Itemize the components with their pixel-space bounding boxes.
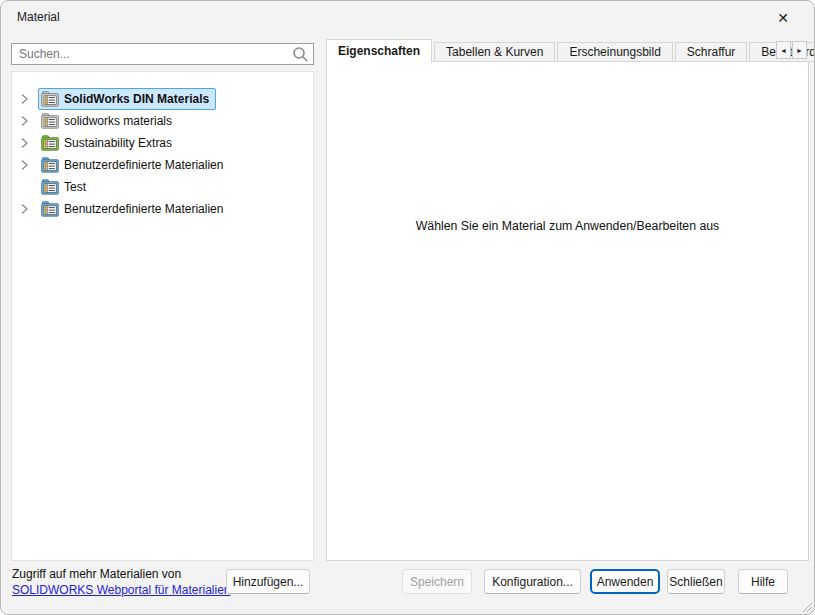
webportal-link[interactable]: SOLIDWORKS Webportal für Materialien	[12, 583, 231, 597]
tree-item-solidworks-materials[interactable]: solidworks materials	[12, 110, 313, 132]
apply-button[interactable]: Anwenden	[590, 569, 660, 594]
tab-schraffur[interactable]: Schraffur	[675, 42, 747, 62]
material-tree: SolidWorks DIN Materials solidworks mate…	[11, 71, 314, 561]
tab-scroll-left-button[interactable]: ◄	[776, 41, 791, 59]
material-library-icon	[41, 135, 59, 151]
resize-grip-icon[interactable]	[798, 598, 812, 612]
material-dialog: Material ✕ SolidWorks DIN Materials	[0, 0, 815, 615]
dialog-title: Material	[17, 10, 60, 24]
tree-item-label: SolidWorks DIN Materials	[64, 88, 209, 110]
material-library-icon	[41, 179, 59, 195]
tab-erscheinungsbild[interactable]: Erscheinungsbild	[557, 42, 672, 62]
tab-scroll-right-button[interactable]: ►	[792, 41, 807, 59]
chevron-right-icon[interactable]	[19, 137, 31, 149]
chevron-right-icon[interactable]	[19, 115, 31, 127]
tab-tabellen-kurven[interactable]: Tabellen & Kurven	[434, 42, 555, 62]
tree-item-label: Sustainability Extras	[64, 132, 172, 154]
tree-item-label: Benutzerdefinierte Materialien	[64, 198, 223, 220]
tab-strip: Eigenschaften Tabellen & Kurven Erschein…	[326, 39, 815, 62]
search-icon	[292, 46, 309, 63]
properties-tab-panel: Wählen Sie ein Material zum Anwenden/Bea…	[326, 61, 809, 561]
add-button[interactable]: Hinzufügen...	[226, 569, 310, 594]
tree-item-label: Test	[64, 176, 86, 198]
chevron-right-icon[interactable]	[19, 93, 31, 105]
tree-item-benutzerdefinierte-materialien-1[interactable]: Benutzerdefinierte Materialien	[12, 154, 313, 176]
tab-eigenschaften[interactable]: Eigenschaften	[326, 39, 432, 63]
title-bar[interactable]: Material ✕	[1, 1, 814, 33]
chevron-right-icon[interactable]	[19, 203, 31, 215]
tree-item-solidworks-din-materials[interactable]: SolidWorks DIN Materials	[12, 88, 313, 110]
material-library-icon	[41, 113, 59, 129]
more-materials-text: Zugriff auf mehr Materialien von	[12, 567, 181, 581]
tab-scroll-buttons: ◄ ►	[776, 41, 807, 59]
tree-item-test[interactable]: Test	[12, 176, 313, 198]
tree-item-label: solidworks materials	[64, 110, 172, 132]
help-button[interactable]: Hilfe	[738, 569, 788, 594]
tree-item-label: Benutzerdefinierte Materialien	[64, 154, 223, 176]
save-button[interactable]: Speichern	[402, 569, 472, 594]
select-material-message: Wählen Sie ein Material zum Anwenden/Bea…	[327, 219, 808, 233]
chevron-right-icon[interactable]	[19, 159, 31, 171]
configuration-button[interactable]: Konfiguration...	[484, 569, 581, 594]
material-library-icon	[41, 91, 59, 107]
close-icon[interactable]: ✕	[768, 5, 798, 31]
close-button[interactable]: Schließen	[667, 569, 725, 594]
material-library-icon	[41, 157, 59, 173]
tree-item-sustainability-extras[interactable]: Sustainability Extras	[12, 132, 313, 154]
search-box	[11, 43, 314, 65]
search-input[interactable]	[12, 44, 313, 64]
material-library-icon	[41, 201, 59, 217]
tree-item-benutzerdefinierte-materialien-2[interactable]: Benutzerdefinierte Materialien	[12, 198, 313, 220]
